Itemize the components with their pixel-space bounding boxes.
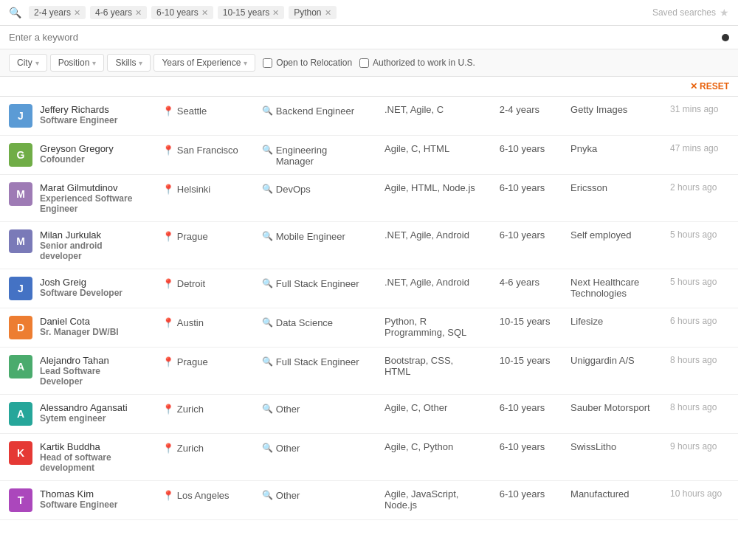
tag-2-4-years[interactable]: 2-4 years ✕	[29, 6, 86, 19]
search-sm-icon: 🔍	[262, 106, 273, 116]
reset-button[interactable]: ✕ RESET	[690, 80, 729, 93]
chevron-down-icon: ▾	[35, 59, 39, 67]
remove-tag-10-15[interactable]: ✕	[272, 8, 279, 18]
candidate-title: Sr. Manager DW/BI	[40, 327, 119, 337]
location-text: Prague	[177, 356, 208, 367]
location-text: Los Angeles	[177, 490, 230, 501]
skills-cell-0: .NET, Agile, C	[376, 97, 491, 136]
search-sm-icon: 🔍	[262, 145, 273, 155]
city-filter-button[interactable]: City ▾	[9, 54, 47, 72]
avatar: K	[9, 441, 32, 465]
tag-4-6-years[interactable]: 4-6 years ✕	[90, 6, 147, 19]
experience-cell-0: 2-4 years	[491, 97, 562, 136]
search-sm-icon: 🔍	[262, 278, 273, 288]
saved-searches[interactable]: Saved searches ★	[652, 7, 729, 18]
open-to-relocation-checkbox[interactable]: Open to Relocation	[263, 58, 352, 68]
time-cell-1: 47 mins ago	[661, 136, 738, 175]
search-sm-icon: 🔍	[262, 443, 273, 453]
table-row[interactable]: M Marat Gilmutdinov Experienced Software…	[0, 175, 738, 222]
experience-cell-9: 6-10 years	[491, 481, 562, 520]
dot-icon	[722, 34, 729, 41]
candidate-cell-8: K Kartik Buddha Head of software develop…	[0, 434, 154, 481]
table-row[interactable]: G Greyson Gregory Cofounder 📍 San Franci…	[0, 136, 738, 175]
table-row[interactable]: T Thomas Kim Software Engineer 📍 Los Ang…	[0, 481, 738, 520]
remove-tag-4-6[interactable]: ✕	[135, 8, 142, 18]
location-cell-3: 📍 Prague	[154, 222, 253, 269]
pin-icon: 📍	[162, 278, 174, 289]
pin-icon: 📍	[162, 184, 174, 195]
skills-cell-3: .NET, Agile, Android	[376, 222, 491, 269]
location-cell-4: 📍 Detroit	[154, 269, 253, 308]
location-cell-6: 📍 Prague	[154, 348, 253, 395]
candidate-title: Sytem engineer	[40, 413, 128, 424]
time-cell-8: 9 hours ago	[661, 434, 738, 481]
search-sm-icon: 🔍	[262, 404, 273, 414]
skills-cell-2: Agile, HTML, Node.js	[376, 175, 491, 222]
remove-tag-python[interactable]: ✕	[325, 8, 331, 18]
chevron-down-icon: ▾	[244, 59, 247, 67]
candidate-name: Thomas Kim	[40, 488, 117, 499]
candidate-title: Head of software development	[40, 452, 145, 473]
tag-6-10-years[interactable]: 6-10 years ✕	[151, 6, 213, 19]
years-filter-button[interactable]: Years of Experience ▾	[154, 54, 255, 72]
keyword-input[interactable]	[9, 32, 722, 43]
position-text: Full Stack Engineer	[276, 278, 359, 289]
skills-cell-6: Bootstrap, CSS, HTML	[376, 348, 491, 395]
position-filter-button[interactable]: Position ▾	[50, 54, 105, 72]
reset-row: ✕ RESET	[0, 77, 738, 97]
table-row[interactable]: D Daniel Cota Sr. Manager DW/BI 📍 Austin…	[0, 308, 738, 348]
remove-tag-2-4[interactable]: ✕	[74, 8, 80, 18]
search-sm-icon: 🔍	[262, 490, 273, 500]
experience-cell-1: 6-10 years	[491, 136, 562, 175]
experience-cell-2: 6-10 years	[491, 175, 562, 222]
remove-tag-6-10[interactable]: ✕	[201, 8, 208, 18]
table-row[interactable]: A Alessandro Agansati Sytem engineer 📍 Z…	[0, 395, 738, 434]
candidate-title: Experienced Software Engineer	[40, 193, 145, 214]
table-row[interactable]: J Jeffery Richards Software Engineer 📍 S…	[0, 97, 738, 136]
position-text: Other	[276, 404, 300, 415]
table-row[interactable]: A Alejandro Tahan Lead Software Develope…	[0, 348, 738, 395]
filter-bar: City ▾ Position ▾ Skills ▾ Years of Expe…	[0, 49, 738, 77]
position-text: Other	[276, 490, 300, 501]
candidate-cell-2: M Marat Gilmutdinov Experienced Software…	[0, 175, 154, 222]
position-cell-1: 🔍 Engineering Manager	[253, 136, 376, 175]
tag-python[interactable]: Python ✕	[289, 6, 336, 19]
table-row[interactable]: M Milan Jurkulak Senior android develope…	[0, 222, 738, 269]
location-cell-2: 📍 Helsinki	[154, 175, 253, 222]
pin-icon: 📍	[162, 106, 174, 117]
candidate-title: Cofounder	[40, 154, 114, 165]
candidate-name: Milan Jurkulak	[40, 229, 145, 241]
position-text: DevOps	[276, 184, 311, 195]
skills-cell-9: Agile, JavaScript, Node.js	[376, 481, 491, 520]
search-bar: 🔍 2-4 years ✕ 4-6 years ✕ 6-10 years ✕ 1…	[0, 0, 738, 26]
candidate-title: Software Developer	[40, 288, 123, 298]
authorized-to-work-checkbox[interactable]: Authorized to work in U.S.	[359, 58, 475, 68]
experience-cell-6: 10-15 years	[491, 348, 562, 395]
company-cell-9: Manufactured	[562, 481, 661, 520]
time-cell-2: 2 hours ago	[661, 175, 738, 222]
avatar: M	[9, 182, 32, 206]
location-text: Detroit	[177, 278, 205, 289]
skills-cell-7: Agile, C, Other	[376, 395, 491, 434]
location-cell-1: 📍 San Francisco	[154, 136, 253, 175]
candidate-cell-0: J Jeffery Richards Software Engineer	[0, 97, 154, 136]
position-cell-5: 🔍 Data Science	[253, 308, 376, 348]
position-text: Engineering Manager	[276, 145, 367, 167]
time-cell-5: 6 hours ago	[661, 308, 738, 348]
avatar: A	[9, 355, 32, 378]
experience-cell-4: 4-6 years	[491, 269, 562, 308]
tag-10-15-years[interactable]: 10-15 years ✕	[218, 6, 284, 19]
candidate-cell-4: J Josh Greig Software Developer	[0, 269, 154, 308]
candidate-name: Marat Gilmutdinov	[40, 182, 145, 193]
candidate-name: Kartik Buddha	[40, 441, 145, 452]
table-row[interactable]: K Kartik Buddha Head of software develop…	[0, 434, 738, 481]
position-text: Full Stack Engineer	[276, 356, 359, 367]
candidate-cell-9: T Thomas Kim Software Engineer	[0, 481, 154, 520]
location-text: Zurich	[177, 404, 204, 415]
candidate-title: Senior android developer	[40, 241, 145, 261]
company-cell-2: Ericsson	[562, 175, 661, 222]
table-row[interactable]: J Josh Greig Software Developer 📍 Detroi…	[0, 269, 738, 308]
skills-filter-button[interactable]: Skills ▾	[107, 54, 151, 72]
company-cell-6: Uniggardin A/S	[562, 348, 661, 395]
location-text: San Francisco	[177, 145, 238, 156]
